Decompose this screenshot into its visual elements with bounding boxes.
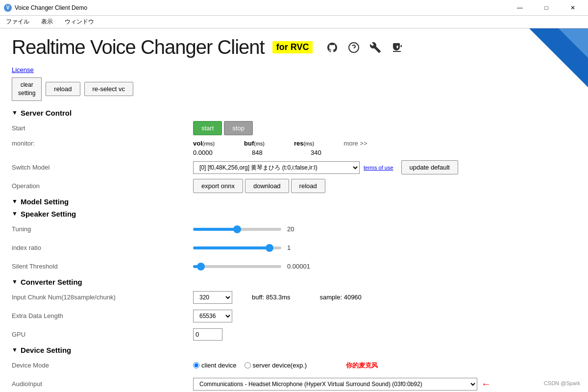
server-control-label: Server Control [21,109,72,117]
silent-threshold-row: Silent Threshold 0.00001 [12,259,576,274]
app-icon: V [4,4,12,12]
download-button[interactable]: download [245,179,289,193]
client-device-radio[interactable] [193,362,199,368]
device-mode-label: Device Mode [12,362,193,369]
license-section: License clearsetting reload re-select vc [12,66,576,101]
device-setting-header[interactable]: ▼ Device Setting [12,346,576,354]
terms-link[interactable]: terms of use [364,165,393,171]
converter-setting-arrow: ▼ [12,278,18,285]
silent-threshold-label: Silent Threshold [12,263,193,270]
index-ratio-slider[interactable] [193,246,281,249]
switch-model-select[interactable]: [0] [f0,48K,256,org] 黄琴まひろ (t:0,i:false,… [193,161,360,174]
header-icons [324,40,405,55]
server-control-section: ▼ Server Control Start start stop monito… [12,109,576,194]
monitor-values: vol(rms) buf(ms) res(ms) more >> 0.0000 … [193,140,368,156]
app-title: Realtime Voice Changer Client [12,36,265,58]
audio-input-arrow: ← [481,378,491,390]
reselect-vc-button[interactable]: re-select vc [84,82,133,96]
switch-model-row: Switch Model [0] [f0,48K,256,org] 黄琴まひろ … [12,160,576,175]
speaker-setting-body: Tuning 20 index ratio 1 Silent Threshold [12,222,576,274]
minimize-button[interactable]: — [509,0,531,16]
window-controls: — □ ✕ [509,0,584,16]
title-bar-text: Voice Changer Client Demo [15,4,509,11]
coffee-icon[interactable] [389,40,405,55]
device-mode-row: Device Mode client device server device(… [12,358,576,373]
menu-view[interactable]: 表示 [39,17,55,27]
silent-threshold-value: 0.00001 [287,263,310,270]
client-device-radio-label[interactable]: client device [193,362,237,369]
speaker-setting-section: ▼ Speaker Setting Tuning 20 index ratio … [12,210,576,274]
server-device-radio-label[interactable]: server device(exp.) [245,362,307,369]
tuning-value: 20 [287,225,294,233]
server-device-label: server device(exp.) [253,362,307,369]
mic-annotation-container: 你的麦克风 [346,361,378,370]
converter-setting-label: Converter Setting [21,278,82,286]
input-chunk-label: Input Chunk Num(128sample/chunk) [12,294,193,301]
speaker-setting-header[interactable]: ▼ Speaker Setting [12,210,576,218]
extra-data-row: Extra Data Length 65536 32768 16384 [12,309,576,323]
converter-setting-section: ▼ Converter Setting Input Chunk Num(128s… [12,278,576,342]
buf-label: buf(ms) [244,140,265,147]
tuning-label: Tuning [12,225,193,233]
update-default-button[interactable]: update default [401,160,458,174]
audio-input-select[interactable]: Communications - Headset Microphone (Hyp… [193,378,477,391]
model-setting-section: ▼ Model Setting [12,197,576,206]
res-label: res(ms) [294,140,314,147]
gpu-row: GPU [12,327,576,342]
operation-reload-button[interactable]: reload [291,179,325,193]
start-label: Start [12,124,193,132]
speaker-setting-arrow: ▼ [12,210,18,217]
clear-setting-button[interactable]: clearsetting [12,77,42,101]
index-ratio-label: index ratio [12,244,193,251]
tuning-slider-container: 20 [193,225,294,233]
server-control-header[interactable]: ▼ Server Control [12,109,576,117]
server-control-arrow: ▼ [12,109,18,116]
close-button[interactable]: ✕ [562,0,584,16]
device-mode-radio-group: client device server device(exp.) [193,362,307,369]
audio-input-label: AudioInput [12,380,193,388]
input-chunk-select[interactable]: 320 256 192 128 [193,291,232,304]
start-button[interactable]: start [193,121,222,135]
index-ratio-value: 1 [287,244,291,251]
gpu-input[interactable] [193,328,222,341]
client-device-label: client device [201,362,237,369]
server-device-radio[interactable] [245,362,251,368]
device-setting-section: ▼ Device Setting Device Mode client devi… [12,346,576,392]
stop-button[interactable]: stop [224,121,253,135]
model-setting-header[interactable]: ▼ Model Setting [12,197,576,206]
operation-label: Operation [12,182,193,190]
buff-label: buff: 853.3ms [252,294,291,301]
license-link[interactable]: License [12,66,576,74]
vol-value: 0.0000 [193,149,222,156]
vol-label: vol(rms) [193,140,215,147]
mic-annotation: 你的麦克风 [346,362,378,369]
speaker-setting-label: Speaker Setting [21,210,76,218]
app-header: Realtime Voice Changer Client for RVC [12,36,576,58]
help-icon[interactable] [346,40,362,55]
device-setting-body: Device Mode client device server device(… [12,358,576,392]
menu-window[interactable]: ウィンドウ [63,17,96,27]
reload-button[interactable]: reload [46,82,80,96]
maximize-button[interactable]: □ [535,0,558,16]
silent-threshold-slider[interactable] [193,265,281,268]
model-setting-label: Model Setting [21,197,69,206]
export-onnx-button[interactable]: export onnx [193,179,243,193]
extra-data-select[interactable]: 65536 32768 16384 [193,310,232,322]
index-ratio-row: index ratio 1 [12,241,576,255]
model-setting-arrow: ▼ [12,198,18,205]
menu-file[interactable]: ファイル [4,17,31,27]
converter-setting-body: Input Chunk Num(128sample/chunk) 320 256… [12,290,576,342]
audio-input-row: AudioInput Communications - Headset Micr… [12,377,576,392]
gpu-label: GPU [12,331,193,338]
tuning-row: Tuning 20 [12,222,576,237]
main-content: Realtime Voice Changer Client for RVC Li… [0,28,588,392]
for-rvc-badge: for RVC [272,41,313,53]
more-link[interactable]: more >> [343,140,367,147]
github-icon[interactable] [324,40,340,55]
converter-setting-header[interactable]: ▼ Converter Setting [12,278,576,286]
input-chunk-row: Input Chunk Num(128sample/chunk) 320 256… [12,290,576,305]
res-value: 340 [311,149,321,156]
wrench-icon[interactable] [368,40,383,55]
tuning-slider[interactable] [193,228,281,231]
monitor-label: monitor: [12,140,193,147]
